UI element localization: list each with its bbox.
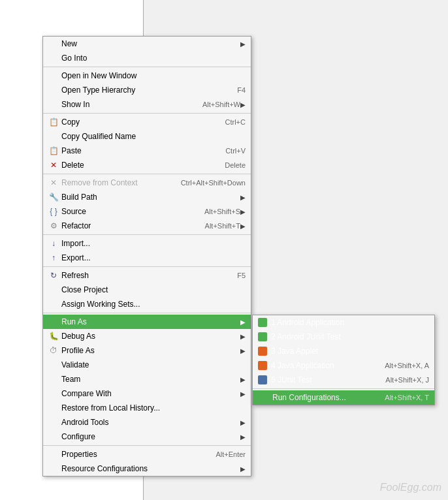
menu-item-properties[interactable]: PropertiesAlt+Enter <box>43 447 251 461</box>
menu-item-go-into[interactable]: Go Into <box>43 51 251 65</box>
import-label: Import... <box>61 239 246 248</box>
submenu-item-java-applet[interactable]: 3 Java Applet <box>253 344 434 358</box>
new-arrow: ▶ <box>240 40 246 48</box>
resource-configurations-label: Resource Configurations <box>61 464 240 473</box>
context-menu: New▶Go IntoOpen in New WindowOpen Type H… <box>42 36 251 477</box>
open-type-hierarchy-label: Open Type Hierarchy <box>61 86 224 95</box>
refactor-label: Refactor <box>61 221 192 230</box>
menu-item-assign-working-sets[interactable]: Assign Working Sets... <box>43 297 251 311</box>
menu-item-validate[interactable]: Validate <box>43 358 251 372</box>
properties-label: Properties <box>61 450 202 459</box>
menu-item-build-path[interactable]: 🔧Build Path▶ <box>43 190 251 204</box>
android-app-label: 1 Android Application <box>271 318 429 327</box>
build-path-arrow: ▶ <box>240 194 246 201</box>
source-label: Source <box>61 207 191 216</box>
menu-item-open-type-hierarchy[interactable]: Open Type HierarchyF4 <box>43 83 251 97</box>
menu-separator <box>43 67 251 67</box>
menu-item-android-tools[interactable]: Android Tools▶ <box>43 415 251 430</box>
copy-icon: 📋 <box>48 117 59 127</box>
validate-label: Validate <box>61 360 246 369</box>
menu-item-export[interactable]: ↑Export... <box>43 251 251 265</box>
submenu-item-android-app[interactable]: 1 Android Application <box>253 315 434 330</box>
menu-item-compare-with[interactable]: Compare With▶ <box>43 386 251 401</box>
run-configurations-label: Run Configurations... <box>272 393 385 402</box>
configure-icon <box>48 431 59 442</box>
java-applet-icon <box>258 347 267 356</box>
menu-item-source[interactable]: { }SourceAlt+Shift+S▶ <box>43 204 251 219</box>
import-icon: ↓ <box>48 238 59 249</box>
team-arrow: ▶ <box>240 376 246 383</box>
build-path-label: Build Path <box>61 193 240 202</box>
build-path-icon: 🔧 <box>48 192 59 202</box>
menu-separator <box>43 113 251 114</box>
submenu-item-junit-test[interactable]: 5 JUnit TestAlt+Shift+X, J <box>253 373 434 387</box>
menu-item-copy-qualified-name[interactable]: Copy Qualified Name <box>43 129 251 144</box>
menu-item-team[interactable]: Team▶ <box>43 372 251 386</box>
assign-working-sets-icon <box>48 299 59 309</box>
menu-separator <box>43 174 251 174</box>
java-application-icon <box>258 361 267 370</box>
restore-from-local-label: Restore from Local History... <box>61 403 246 413</box>
menu-item-resource-configurations[interactable]: Resource Configurations▶ <box>43 461 251 476</box>
menu-item-close-project[interactable]: Close Project <box>43 283 251 297</box>
source-icon: { } <box>48 206 59 217</box>
menu-item-show-in[interactable]: Show InAlt+Shift+W▶ <box>43 97 251 112</box>
menu-item-open-new-window[interactable]: Open in New Window <box>43 69 251 83</box>
new-label: New <box>61 39 240 48</box>
copy-label: Copy <box>61 117 212 127</box>
profile-as-label: Profile As <box>61 346 240 355</box>
submenu-item-java-application[interactable]: 4 Java ApplicationAlt+Shift+X, A <box>253 358 434 373</box>
menu-item-profile-as[interactable]: ⏱Profile As▶ <box>43 343 251 358</box>
menu-item-new[interactable]: New▶ <box>43 37 251 51</box>
show-in-icon <box>48 99 59 110</box>
junit-test-icon <box>258 375 267 384</box>
menu-item-run-as[interactable]: ▶Run As▶1 Android Application2 Android J… <box>43 315 251 329</box>
run-as-submenu: 1 Android Application2 Android JUnit Tes… <box>252 315 435 405</box>
open-type-hierarchy-shortcut: F4 <box>237 86 246 94</box>
resource-configurations-arrow: ▶ <box>240 465 246 473</box>
refresh-label: Refresh <box>61 271 224 280</box>
menu-item-import[interactable]: ↓Import... <box>43 236 251 251</box>
menu-item-restore-from-local[interactable]: Restore from Local History... <box>43 401 251 415</box>
android-tools-label: Android Tools <box>61 418 240 427</box>
configure-label: Configure <box>61 432 240 441</box>
export-icon: ↑ <box>48 253 59 263</box>
submenu-item-run-configurations[interactable]: Run Configurations...Alt+Shift+X, T <box>253 390 434 405</box>
submenu-item-android-junit[interactable]: 2 Android JUnit Test <box>253 330 434 344</box>
refactor-shortcut: Alt+Shift+T <box>205 222 240 230</box>
open-new-window-label: Open in New Window <box>61 71 246 80</box>
refactor-icon: ⚙ <box>48 221 59 231</box>
menu-separator <box>43 445 251 446</box>
android-tools-icon <box>48 417 59 428</box>
menu-item-remove-from-context: ✕Remove from ContextCtrl+Alt+Shift+Down <box>43 176 251 190</box>
menu-separator <box>43 234 251 235</box>
delete-icon: ✕ <box>48 160 59 170</box>
menu-separator <box>43 266 251 267</box>
menu-item-configure[interactable]: Configure▶ <box>43 430 251 444</box>
close-project-icon <box>48 285 59 295</box>
debug-as-label: Debug As <box>61 332 240 341</box>
debug-as-icon: 🐛 <box>48 331 59 341</box>
resource-configurations-icon <box>48 463 59 474</box>
java-applet-label: 3 Java Applet <box>271 347 429 356</box>
menu-item-copy[interactable]: 📋CopyCtrl+C <box>43 115 251 129</box>
restore-from-local-icon <box>48 403 59 413</box>
copy-qualified-name-label: Copy Qualified Name <box>61 132 246 141</box>
paste-label: Paste <box>61 146 212 155</box>
configure-arrow: ▶ <box>240 433 246 441</box>
menu-item-debug-as[interactable]: 🐛Debug As▶ <box>43 329 251 343</box>
menu-item-refresh[interactable]: ↻RefreshF5 <box>43 268 251 283</box>
android-junit-icon <box>258 332 267 341</box>
refresh-icon: ↻ <box>48 270 59 281</box>
refresh-shortcut: F5 <box>237 272 246 279</box>
go-into-icon <box>48 53 59 63</box>
menu-item-delete[interactable]: ✕DeleteDelete <box>43 158 251 172</box>
remove-from-context-label: Remove from Context <box>61 178 168 187</box>
show-in-shortcut: Alt+Shift+W <box>202 101 240 108</box>
menu-item-paste[interactable]: 📋PasteCtrl+V <box>43 144 251 158</box>
java-application-label: 4 Java Application <box>271 361 385 370</box>
team-icon <box>48 374 59 384</box>
menu-item-refactor[interactable]: ⚙RefactorAlt+Shift+T▶ <box>43 219 251 233</box>
remove-from-context-shortcut: Ctrl+Alt+Shift+Down <box>181 179 246 187</box>
team-label: Team <box>61 375 240 384</box>
